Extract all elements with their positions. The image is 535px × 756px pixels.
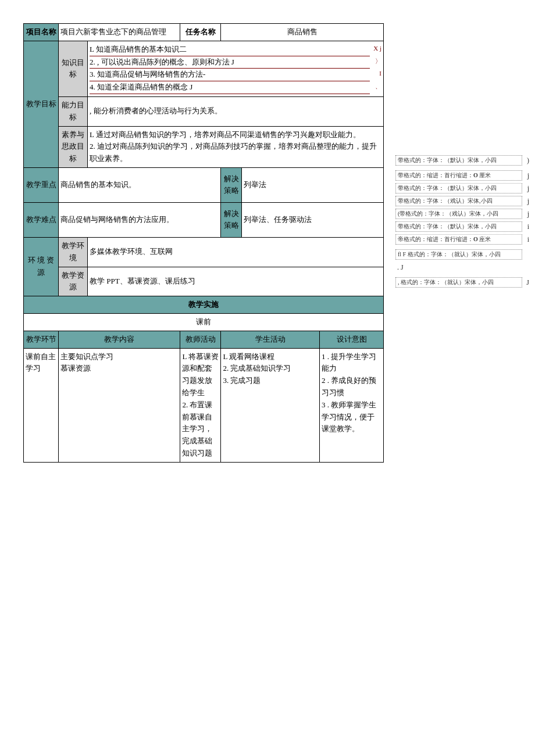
res-text: 教学 PPT、慕课资源、课后练习: [88, 267, 384, 296]
comment-text: fl F 格式的：字体：（就认）宋体，小四: [395, 249, 522, 260]
comment-tail: i: [522, 223, 529, 231]
literacy-goal-label: 素养与思政目标: [59, 126, 88, 167]
task-name-label: 任务名称: [180, 24, 221, 41]
knowledge-item-3: 3. 知道商品促销与网络销售的方法-I: [90, 69, 381, 81]
comment-text: 帝格式的：缩进：首行缩进：O 座米: [395, 234, 522, 245]
env-label: 教学环境: [59, 237, 88, 267]
comment-tail: J: [522, 278, 529, 287]
res-label: 教学资源: [59, 267, 88, 296]
knowledge-item-4: 4. 知道全渠道商品销售的概念 J、: [90, 81, 381, 94]
revision-comment: 帝格式的：缩进：首行缩进：O 座米i: [395, 233, 529, 246]
keypoint-strategy-text: 列举法: [242, 167, 384, 202]
project-name-label: 项目名称: [24, 24, 59, 41]
literacy-goal-content: L 通过对商品销售知识的学习，培养对商品不同渠道销售的学习兴趣对职业能力。 2.…: [88, 126, 384, 167]
comment-tail: j: [522, 210, 529, 218]
col-header-3: 教师活动: [180, 331, 221, 348]
table-row-c3: L 将慕课资源和配套习题发放给学生 2. 布置课前慕课自主学习，完成基础知识习题: [180, 348, 221, 462]
comment-tail: i: [522, 235, 529, 244]
revision-comment: 带格式的：字体：（默认）宋体，小四j: [395, 182, 529, 195]
table-row-c4: L 观看网络课程 2. 完成基础知识学习 3. 完成习题: [221, 348, 320, 462]
impl-pre-label: 课前: [24, 313, 384, 331]
comment-tail: j: [522, 197, 529, 206]
goals-section-label: 教学目标: [24, 41, 59, 167]
col-header-4: 学生活动: [221, 331, 320, 348]
col-header-2: 教学内容: [59, 331, 180, 348]
comment-tail: ): [522, 156, 529, 165]
comment-text: 带格式的：字体：（默认）宋体，小四: [395, 183, 522, 194]
table-row-c1: 课前自主学习: [24, 348, 59, 462]
task-name-value: 商品销售: [221, 24, 384, 41]
comment-text: . J: [395, 263, 529, 273]
revision-comment: 带格式的：字体：（默认）宋体，小四i: [395, 220, 529, 233]
difficulty-strategy-text: 列举法、任务驱动法: [242, 202, 384, 237]
knowledge-item-2: 2. , 可以说出商品陈列的概念、原则和方法 J〉: [90, 56, 381, 69]
revision-comment: fl F 格式的：字体：（就认）宋体，小四: [395, 248, 529, 261]
revision-comments: 带格式的：字体：（默认）宋体，小四)带格式的：缩进：首行缩进：O 厘米j带格式的…: [395, 154, 529, 289]
comment-text: 带格式的：缩进：首行缩进：O 厘米: [395, 170, 522, 181]
comment-tail: j: [522, 184, 529, 193]
difficulty-strategy-label: 解决策略: [221, 202, 242, 237]
revision-comment: 带格式的：字体：（默认）宋体，小四): [395, 154, 529, 167]
ability-goal-content: , 能分析消费者的心理活动与行为关系。: [88, 96, 384, 126]
difficulty-text: 商品促销与网络销售的方法应用。: [59, 202, 221, 237]
revision-comment: (带格式的：字体：（戏认）宋体，小四j: [395, 207, 529, 220]
env-section-label: 环 境 资源: [24, 237, 59, 296]
keypoint-label: 教学重点: [24, 167, 59, 202]
ability-goal-label: 能力目标: [59, 96, 88, 126]
comment-text: 带格式的：字体：（默认）宋体，小四: [395, 221, 522, 232]
comment-tail: j: [522, 171, 529, 180]
comment-text: (带格式的：字体：（戏认）宋体，小四: [395, 209, 522, 219]
env-text: 多媒体教学环境、互联网: [88, 237, 384, 267]
knowledge-item-1: L 知道商品销售的基本知识二X j: [90, 44, 381, 56]
keypoint-strategy-label: 解决策略: [221, 167, 242, 202]
comment-text: 带格式的：字体：（默认）宋体，小四: [395, 155, 522, 166]
revision-comment: 带格式的：缩进：首行缩进：O 厘米j: [395, 169, 529, 182]
table-row-c2: 主要知识点学习 慕课资源: [59, 348, 180, 462]
comment-text: , 格式的：字体：（就认）宋体，小四: [395, 277, 522, 288]
revision-comment: , 格式的：字体：（就认）宋体，小四J: [395, 276, 529, 289]
knowledge-goal-label: 知识目标: [59, 41, 88, 96]
col-header-5: 设计意图: [320, 331, 384, 348]
knowledge-goal-content: L 知道商品销售的基本知识二X j 2. , 可以说出商品陈列的概念、原则和方法…: [88, 41, 384, 96]
revision-comment: . J: [395, 261, 529, 274]
difficulty-label: 教学难点: [24, 202, 59, 237]
comment-text: 带格式的：字体：（戏认）宋体,小四: [395, 196, 522, 206]
project-name-value: 项目六新零售业态下的商品管理: [59, 24, 180, 41]
impl-section-label: 教学实施: [24, 296, 384, 314]
keypoint-text: 商品销售的基本知识。: [59, 167, 221, 202]
col-header-1: 教学环节: [24, 331, 59, 348]
revision-comment: 带格式的：字体：（戏认）宋体,小四j: [395, 195, 529, 207]
table-row-c5: 1 . 提升学生学习能力 2 . 养成良好的预习习惯 3 . 教师掌握学生学习情…: [320, 348, 384, 462]
